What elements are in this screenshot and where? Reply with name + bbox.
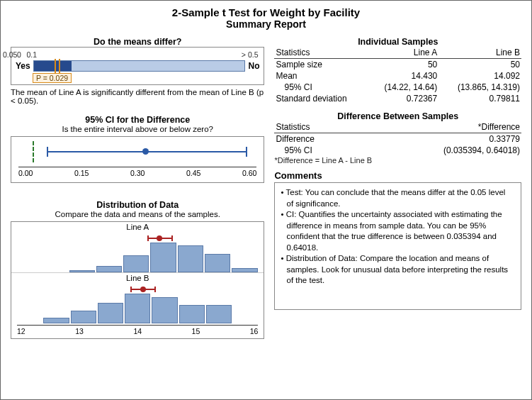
ci-axis-0: 0.00: [18, 169, 33, 178]
comments-heading: Comments: [274, 170, 521, 181]
stat-name: 95% CI: [274, 145, 358, 156]
significant-region: [34, 61, 72, 71]
mean-ci-rcap-a: [171, 235, 173, 241]
ci-axis-2: 0.30: [130, 169, 145, 178]
ind-col-a: Line A: [368, 47, 438, 59]
individual-samples-heading: Individual Samples: [274, 37, 521, 47]
ci-axis: 0.00 0.15 0.30 0.45 0.60: [18, 167, 256, 178]
dist-x-0: 12: [17, 327, 26, 335]
ind-col-stats: Statistics: [274, 47, 368, 59]
means-differ-heading: Do the means differ?: [11, 37, 264, 47]
ci-axis-4: 0.60: [242, 169, 256, 178]
stat-b: 14.092: [438, 70, 521, 82]
table-row: Sample size 50 50: [274, 59, 521, 71]
p-tick-2: 0.1: [26, 50, 37, 59]
p-value-label: P = 0.029: [33, 73, 72, 83]
ci-sub: Is the entire interval above or below ze…: [11, 125, 264, 133]
stat-a: 0.72367: [368, 93, 438, 104]
dist-heading: Distribution of Data: [11, 200, 264, 210]
ci-left-cap: [47, 147, 48, 157]
p-tick-0: 0: [17, 50, 21, 59]
table-row: Mean 14.430 14.092: [274, 70, 521, 82]
comment-item: • Test: You can conclude that the means …: [286, 187, 514, 209]
hist-bar: [150, 243, 176, 272]
p-value-track: [33, 60, 246, 72]
means-differ-caption: The mean of Line A is significantly diff…: [11, 88, 264, 105]
ind-col-b: Line B: [438, 47, 521, 59]
yes-label: Yes: [16, 61, 30, 71]
stat-val: 0.33779: [359, 133, 521, 145]
table-row: 95% CI (0.035394, 0.64018): [274, 145, 521, 156]
individual-samples-table: Statistics Line A Line B Sample size 50 …: [274, 47, 521, 104]
hist-bar: [125, 294, 150, 323]
hist-bar: [206, 305, 232, 323]
stat-name: Standard deviation: [274, 93, 368, 104]
p-value-ticks: 0 0.05 0.1 > 0.5: [16, 50, 259, 60]
hist-bar: [96, 266, 122, 272]
mean-point-a: [157, 235, 162, 241]
dist-x-3: 15: [192, 327, 200, 335]
hist-bar: [69, 270, 95, 272]
diff-col-stats: Statistics: [274, 121, 358, 133]
diff-col-val: *Difference: [359, 121, 521, 133]
hist-bar: [178, 245, 203, 272]
page-title: 2-Sample t Test for Weight by Facility: [1, 6, 531, 18]
hist-bar: [232, 268, 257, 272]
dist-x-4: 16: [250, 327, 259, 335]
p-tick-1: 0.05: [3, 50, 17, 59]
mean-ci-lcap-a: [147, 235, 149, 241]
stat-name: Difference: [274, 133, 358, 145]
ci-right-cap: [246, 147, 247, 157]
difference-table: Statistics *Difference Difference 0.3377…: [274, 121, 521, 156]
dist-sub: Compare the data and means of the sample…: [11, 210, 264, 218]
hist-bar: [152, 297, 177, 323]
title-block: 2-Sample t Test for Weight by Facility S…: [1, 6, 531, 30]
page-subtitle: Summary Report: [1, 18, 531, 30]
dist-label-a: Line A: [11, 222, 264, 231]
no-label: No: [248, 61, 259, 71]
hist-bar: [123, 255, 149, 272]
hist-bar: [98, 303, 123, 323]
p-marker-edge: [59, 59, 60, 73]
p-tick-3: > 0.5: [242, 50, 259, 59]
dist-plot: Line A: [11, 221, 264, 339]
ci-plot: 0.00 0.15 0.30 0.45 0.60: [11, 136, 264, 183]
hist-bar: [179, 305, 205, 323]
comment-item: • CI: Quantifies the uncertainty associa…: [286, 209, 514, 253]
ci-point: [142, 148, 149, 155]
difference-heading: Difference Between Samples: [274, 111, 521, 121]
hist-line-a: [17, 231, 258, 272]
stat-b: 50: [438, 59, 521, 71]
dist-axis: 12 13 14 15 16: [17, 325, 258, 335]
ci-heading: 95% CI for the Difference: [11, 115, 264, 125]
table-row: Standard deviation 0.72367 0.79811: [274, 93, 521, 104]
stat-a: (14.22, 14.64): [368, 82, 438, 93]
stat-b: 0.79811: [438, 93, 521, 104]
stat-a: 50: [368, 59, 438, 71]
table-row: 95% CI (14.22, 14.64) (13.865, 14.319): [274, 82, 521, 93]
difference-footnote: *Difference = Line A - Line B: [274, 156, 521, 165]
hist-line-b: [17, 282, 258, 323]
hist-bar: [71, 311, 96, 323]
table-row: Difference 0.33779: [274, 133, 521, 145]
ci-axis-1: 0.15: [74, 169, 89, 178]
stat-b: (13.865, 14.319): [438, 82, 521, 93]
hist-bar: [205, 254, 230, 272]
dist-x-2: 14: [133, 327, 142, 335]
stat-name: Sample size: [274, 59, 368, 71]
p-value-bar: 0 0.05 0.1 > 0.5 Yes No P = 0.029: [11, 47, 264, 85]
ci-axis-3: 0.45: [186, 169, 200, 178]
stat-name: 95% CI: [274, 82, 368, 93]
stat-val: (0.035394, 0.64018): [359, 145, 521, 156]
stat-name: Mean: [274, 70, 368, 82]
dist-label-b: Line B: [11, 272, 264, 282]
dist-x-1: 13: [75, 327, 84, 335]
mean-ci-rcap-b: [154, 287, 156, 292]
ci-zero-line: [33, 141, 34, 162]
comments-box: • Test: You can conclude that the means …: [274, 182, 521, 310]
mean-point-b: [140, 287, 146, 292]
p-marker: [55, 59, 56, 73]
hist-bar: [43, 318, 69, 323]
stat-a: 14.430: [368, 70, 438, 82]
comment-item: • Distribution of Data: Compare the loca…: [286, 253, 514, 287]
